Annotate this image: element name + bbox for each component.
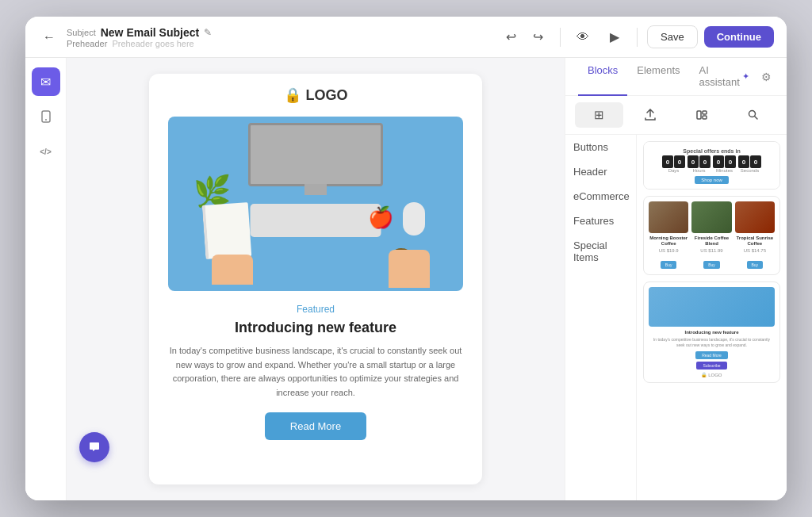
notebook bbox=[202, 202, 252, 259]
back-icon: ← bbox=[43, 30, 56, 44]
nav-item-buttons[interactable]: Buttons bbox=[565, 135, 636, 159]
preheader-value: Preheader goes here bbox=[112, 39, 193, 48]
email-title: Introducing new feature bbox=[168, 320, 463, 336]
email-body: Featured Introducing new feature In toda… bbox=[149, 291, 482, 456]
nav-item-header[interactable]: Header bbox=[565, 159, 636, 184]
email-description: In today's competitive business landscap… bbox=[168, 344, 463, 400]
nav-item-special[interactable]: Special Items bbox=[565, 233, 636, 270]
product-1-img bbox=[649, 201, 688, 233]
hero-container: 🌿 🍎 bbox=[149, 117, 482, 291]
redo-button[interactable]: ↪ bbox=[525, 25, 550, 50]
svg-rect-4 bbox=[703, 116, 707, 119]
email-canvas: 🔒 LOGO 🌿 bbox=[67, 58, 565, 500]
product-1-name: Morning Booster Coffee bbox=[649, 236, 688, 247]
tab-elements[interactable]: Elements bbox=[627, 58, 689, 96]
undo-redo-group: ↩ ↪ bbox=[498, 25, 550, 50]
feature-desc-preview: In today's competitive business landscap… bbox=[649, 337, 775, 348]
monitor bbox=[248, 123, 383, 186]
svg-rect-3 bbox=[703, 111, 707, 114]
preview-button[interactable]: 👁 bbox=[570, 25, 596, 50]
countdown-boxes: 0 0 Days 0 0 bbox=[650, 155, 773, 173]
back-button[interactable]: ← bbox=[38, 26, 60, 48]
save-button[interactable]: Save bbox=[647, 25, 698, 48]
search-button[interactable] bbox=[729, 102, 777, 128]
countdown-block: Special offers ends in 0 0 Days bbox=[644, 142, 779, 189]
product-1-btn: Buy bbox=[661, 261, 677, 269]
countdown-cta: Shop now bbox=[695, 176, 729, 184]
panel-toolbar: ⊞ bbox=[565, 96, 787, 135]
logo-icon: 🔒 bbox=[284, 86, 301, 104]
play-button[interactable]: ▶ bbox=[602, 25, 627, 50]
product-2-name: Fireside Coffee Blend bbox=[691, 236, 731, 247]
read-more-button[interactable]: Read More bbox=[265, 412, 366, 440]
svg-rect-2 bbox=[697, 111, 701, 119]
feature-readmore-preview: Read More bbox=[695, 351, 728, 359]
product-2-btn: Buy bbox=[703, 261, 720, 269]
header-divider-2 bbox=[637, 28, 638, 47]
subject-area: Subject New Email Subject ✎ Preheader Pr… bbox=[67, 26, 498, 48]
subject-value: New Email Subject bbox=[101, 26, 199, 39]
product-1: Morning Booster Coffee US $19.9 Buy bbox=[649, 201, 688, 270]
header-bar: ← Subject New Email Subject ✎ Preheader … bbox=[25, 17, 787, 58]
product-3-price: US $14.75 bbox=[735, 248, 775, 253]
left-sidebar: ✉ </> bbox=[25, 58, 67, 500]
feature-logo-preview: 🔒 LOGO bbox=[649, 372, 775, 377]
undo-button[interactable]: ↩ bbox=[498, 25, 523, 50]
email-content: 🔒 LOGO 🌿 bbox=[149, 74, 482, 484]
monitor-stand bbox=[304, 184, 327, 195]
right-panel: Blocks Elements AI assistant ✦ ⚙ ⊞ bbox=[565, 58, 787, 500]
grid-view-button[interactable]: ⊞ bbox=[575, 102, 623, 128]
settings-icon[interactable]: ⚙ bbox=[759, 66, 774, 88]
subject-label: Subject bbox=[67, 28, 96, 37]
upload-button[interactable] bbox=[626, 102, 675, 128]
svg-point-1 bbox=[45, 119, 47, 121]
mouse bbox=[403, 202, 425, 236]
logo-text: LOGO bbox=[306, 87, 348, 104]
sidebar-mobile-icon[interactable] bbox=[32, 102, 60, 131]
right-panel-body: Buttons Header eCommerce Features Specia… bbox=[565, 135, 787, 500]
feature-img bbox=[649, 287, 775, 327]
product-1-price: US $19.9 bbox=[649, 248, 688, 253]
svg-line-6 bbox=[754, 117, 757, 120]
blocks-nav: Buttons Header eCommerce Features Specia… bbox=[565, 135, 637, 500]
header-divider bbox=[560, 28, 561, 47]
sidebar-code-icon[interactable]: </> bbox=[32, 137, 60, 166]
header-actions: ↩ ↪ 👁 ▶ Save Continue bbox=[498, 25, 774, 50]
countdown-title: Special offers ends in bbox=[650, 147, 773, 155]
feature-block: Introducing new feature In today's compe… bbox=[644, 282, 779, 382]
main-content: ✉ </> 🔒 LOGO bbox=[25, 58, 787, 500]
products-block: Morning Booster Coffee US $19.9 Buy Fire… bbox=[644, 197, 779, 274]
sparkle-icon: ✦ bbox=[742, 71, 749, 82]
sidebar-email-icon[interactable]: ✉ bbox=[32, 67, 60, 96]
product-3-name: Tropical Sunrise Coffee bbox=[735, 236, 775, 247]
feature-title-preview: Introducing new feature bbox=[649, 330, 775, 335]
product-3: Tropical Sunrise Coffee US $14.75 Buy bbox=[735, 201, 775, 270]
hand-left bbox=[212, 255, 253, 285]
hero-image: 🌿 🍎 bbox=[168, 117, 463, 291]
panel-tabs: Blocks Elements AI assistant ✦ ⚙ bbox=[565, 58, 787, 96]
product-2: Fireside Coffee Blend US $11.99 Buy bbox=[691, 201, 731, 270]
feature-subscribe-preview: Subscribe bbox=[696, 362, 726, 370]
nav-item-features[interactable]: Features bbox=[565, 209, 636, 233]
feature-preview-card[interactable]: Introducing new feature In today's compe… bbox=[643, 281, 780, 383]
hand-right bbox=[389, 250, 430, 288]
preheader-label: Preheader bbox=[67, 39, 107, 48]
continue-button[interactable]: Continue bbox=[704, 26, 774, 48]
product-2-price: US $11.99 bbox=[691, 248, 731, 253]
featured-label: Featured bbox=[168, 304, 463, 315]
product-2-img bbox=[691, 201, 731, 233]
block-previews: Special offers ends in 0 0 Days bbox=[637, 135, 787, 500]
products-preview-card[interactable]: Morning Booster Coffee US $19.9 Buy Fire… bbox=[643, 196, 780, 275]
chat-button[interactable] bbox=[79, 432, 109, 462]
tab-blocks[interactable]: Blocks bbox=[578, 58, 627, 96]
product-3-img bbox=[735, 201, 775, 233]
layout-button[interactable] bbox=[678, 102, 726, 128]
apple: 🍎 bbox=[368, 205, 393, 230]
countdown-preview-card[interactable]: Special offers ends in 0 0 Days bbox=[643, 141, 780, 190]
product-3-btn: Buy bbox=[747, 261, 764, 269]
tab-ai-assistant[interactable]: AI assistant ✦ bbox=[690, 58, 759, 96]
nav-item-ecommerce[interactable]: eCommerce bbox=[565, 184, 636, 209]
edit-subject-icon[interactable]: ✎ bbox=[204, 27, 212, 38]
keyboard bbox=[251, 204, 381, 237]
email-logo: 🔒 LOGO bbox=[149, 74, 482, 117]
